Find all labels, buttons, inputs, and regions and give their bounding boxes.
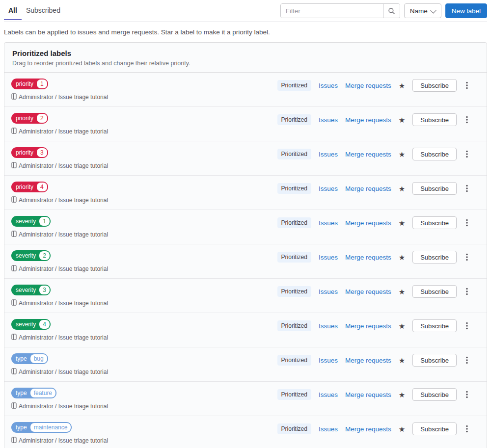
star-icon[interactable]: ★	[399, 151, 405, 158]
scoped-label-chip[interactable]: priority 3	[11, 147, 48, 158]
more-actions-button[interactable]	[464, 184, 470, 193]
tab-all[interactable]: All	[4, 3, 22, 20]
merge-requests-link[interactable]: Merge requests	[345, 82, 391, 89]
label-row: priority 1 Administrator / Issue triage …	[4, 73, 487, 107]
issues-link[interactable]: Issues	[319, 357, 338, 364]
tab-subscribed[interactable]: Subscribed	[22, 3, 65, 20]
more-actions-button[interactable]	[464, 390, 470, 399]
scoped-label-chip[interactable]: type bug	[11, 353, 48, 364]
scoped-label-chip[interactable]: severity 3	[11, 285, 51, 295]
label-info: type maintenance Administrator / Issue t…	[11, 422, 108, 446]
topbar: All Subscribed Name New label	[4, 0, 487, 22]
merge-requests-link[interactable]: Merge requests	[345, 288, 391, 295]
subscribe-button[interactable]: Subscribe	[412, 113, 457, 126]
search-button[interactable]	[383, 4, 400, 18]
more-actions-button[interactable]	[464, 287, 470, 296]
merge-requests-link[interactable]: Merge requests	[345, 116, 391, 124]
label-info: type feature Administrator / Issue triag…	[11, 388, 108, 411]
issues-link[interactable]: Issues	[319, 185, 338, 192]
merge-requests-link[interactable]: Merge requests	[345, 151, 391, 158]
scoped-label-chip[interactable]: priority 2	[11, 113, 48, 124]
label-row-actions: Prioritized Issues Merge requests ★ Subs…	[277, 319, 470, 332]
filter-input[interactable]	[281, 4, 383, 18]
subscribe-button[interactable]: Subscribe	[412, 251, 457, 264]
project-icon	[11, 368, 17, 374]
merge-requests-link[interactable]: Merge requests	[345, 254, 391, 261]
subscribe-button[interactable]: Subscribe	[412, 148, 457, 160]
label-value: 4	[37, 183, 47, 191]
merge-requests-link[interactable]: Merge requests	[345, 185, 391, 192]
issues-link[interactable]: Issues	[319, 219, 338, 227]
more-actions-button[interactable]	[464, 149, 470, 159]
star-icon[interactable]: ★	[399, 357, 405, 364]
more-actions-button[interactable]	[464, 218, 470, 228]
label-list: priority 1 Administrator / Issue triage …	[4, 73, 487, 448]
issues-link[interactable]: Issues	[319, 288, 338, 295]
issues-link[interactable]: Issues	[319, 322, 338, 330]
star-icon[interactable]: ★	[399, 288, 405, 295]
new-label-button[interactable]: New label	[445, 3, 487, 18]
issues-link[interactable]: Issues	[319, 391, 338, 398]
star-icon[interactable]: ★	[399, 322, 405, 330]
merge-requests-link[interactable]: Merge requests	[345, 322, 391, 330]
subscribe-button[interactable]: Subscribe	[412, 422, 457, 435]
project-path: Administrator / Issue triage tutorial	[11, 436, 108, 446]
more-actions-button[interactable]	[464, 355, 470, 365]
scoped-label-chip[interactable]: type maintenance	[11, 422, 72, 433]
project-path: Administrator / Issue triage tutorial	[11, 333, 108, 343]
issues-link[interactable]: Issues	[319, 254, 338, 261]
project-path-text: Administrator / Issue triage tutorial	[19, 436, 108, 446]
issues-link[interactable]: Issues	[319, 425, 338, 433]
prioritized-badge: Prioritized	[277, 217, 311, 228]
subscribe-button[interactable]: Subscribe	[412, 319, 457, 332]
subscribe-button[interactable]: Subscribe	[412, 285, 457, 298]
scoped-label-chip[interactable]: type feature	[11, 388, 56, 398]
star-icon[interactable]: ★	[399, 82, 405, 89]
label-info: severity 4 Administrator / Issue triage …	[11, 319, 108, 343]
project-path: Administrator / Issue triage tutorial	[11, 127, 108, 136]
label-row: type feature Administrator / Issue triag…	[4, 382, 487, 416]
label-scope: severity	[11, 285, 38, 295]
subscribe-button[interactable]: Subscribe	[412, 388, 457, 401]
subscribe-button[interactable]: Subscribe	[412, 354, 457, 367]
label-info: severity 1 Administrator / Issue triage …	[11, 216, 108, 239]
prioritized-badge: Prioritized	[277, 286, 311, 297]
issues-link[interactable]: Issues	[319, 116, 338, 124]
star-icon[interactable]: ★	[399, 425, 405, 433]
star-icon[interactable]: ★	[399, 185, 405, 192]
scoped-label-chip[interactable]: priority 4	[11, 182, 48, 192]
more-actions-button[interactable]	[464, 115, 470, 125]
label-row-actions: Prioritized Issues Merge requests ★ Subs…	[277, 113, 470, 126]
subscribe-button[interactable]: Subscribe	[412, 216, 457, 229]
label-info: severity 2 Administrator / Issue triage …	[11, 250, 108, 274]
issues-link[interactable]: Issues	[319, 82, 338, 89]
project-path: Administrator / Issue triage tutorial	[11, 161, 108, 171]
scoped-label-chip[interactable]: severity 4	[11, 319, 51, 330]
star-icon[interactable]: ★	[399, 116, 405, 124]
sort-dropdown[interactable]: Name	[404, 3, 441, 18]
more-actions-button[interactable]	[464, 252, 470, 262]
more-actions-button[interactable]	[464, 321, 470, 331]
more-actions-button[interactable]	[464, 80, 470, 90]
more-actions-button[interactable]	[464, 424, 470, 434]
star-icon[interactable]: ★	[399, 219, 405, 227]
project-icon	[11, 437, 17, 443]
label-scope: severity	[11, 251, 38, 261]
merge-requests-link[interactable]: Merge requests	[345, 391, 391, 398]
merge-requests-link[interactable]: Merge requests	[345, 357, 391, 364]
issues-link[interactable]: Issues	[319, 151, 338, 158]
merge-requests-link[interactable]: Merge requests	[345, 425, 391, 433]
merge-requests-link[interactable]: Merge requests	[345, 219, 391, 227]
scoped-label-chip[interactable]: severity 1	[11, 216, 51, 227]
star-icon[interactable]: ★	[399, 254, 405, 261]
scoped-label-chip[interactable]: priority 1	[11, 79, 48, 89]
project-path-text: Administrator / Issue triage tutorial	[19, 196, 108, 205]
label-info: priority 3 Administrator / Issue triage …	[11, 147, 108, 171]
prioritized-badge: Prioritized	[277, 149, 311, 159]
subscribe-button[interactable]: Subscribe	[412, 182, 457, 195]
card-subtitle: Drag to reorder prioritized labels and c…	[12, 60, 479, 67]
label-scope: severity	[11, 216, 38, 226]
subscribe-button[interactable]: Subscribe	[412, 79, 457, 92]
scoped-label-chip[interactable]: severity 2	[11, 250, 51, 261]
star-icon[interactable]: ★	[399, 391, 405, 398]
